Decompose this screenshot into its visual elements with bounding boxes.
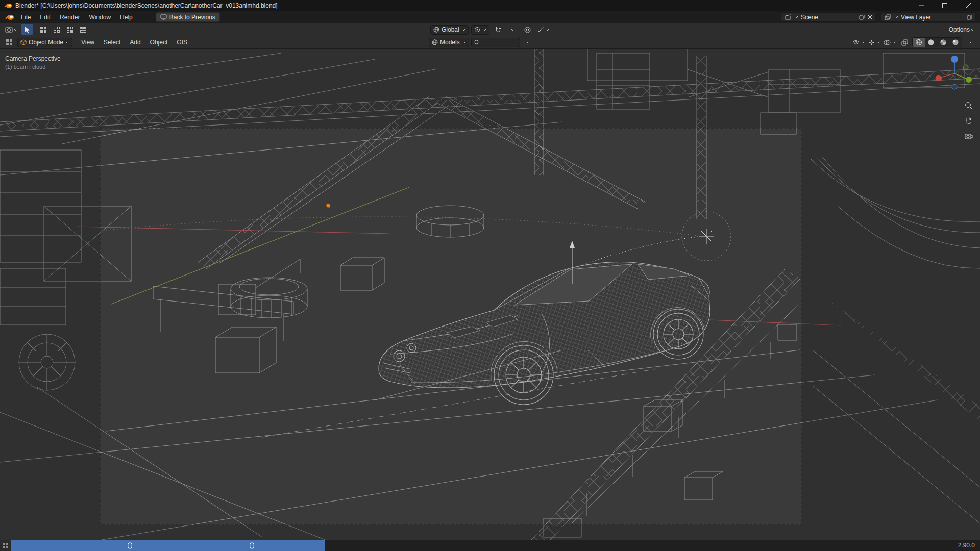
zoom-button[interactable] <box>964 101 973 110</box>
menu-file[interactable]: File <box>16 11 35 23</box>
menu-edit[interactable]: Edit <box>35 11 55 23</box>
menu-help[interactable]: Help <box>115 11 137 23</box>
blender-logo-icon <box>4 3 12 9</box>
menu-add[interactable]: Add <box>125 36 145 48</box>
gizmo-z-axis[interactable] <box>951 56 958 63</box>
shading-mode-group <box>912 37 962 47</box>
chevron-down-icon <box>794 16 799 18</box>
viewport-display-controls <box>851 37 976 47</box>
statusbar-editor-icon[interactable] <box>0 540 11 551</box>
viewport-editor-icon <box>5 27 13 33</box>
options-dropdown[interactable]: Options <box>948 24 976 35</box>
shading-rendered-button[interactable] <box>949 38 962 47</box>
menu-window[interactable]: Window <box>84 11 115 23</box>
window-title: Blender* [C:\Users\johns\Documents\blend… <box>15 2 278 9</box>
tool-settings-bar: Global Options <box>0 23 980 36</box>
menu-select[interactable]: Select <box>99 36 125 48</box>
gizmos-dropdown[interactable] <box>867 37 881 47</box>
titlebar: Blender* [C:\Users\johns\Documents\blend… <box>0 0 980 11</box>
globe-icon <box>432 39 438 45</box>
shading-material-button[interactable] <box>937 38 949 47</box>
shading-options-chevron[interactable] <box>964 37 976 47</box>
collection-dropdown[interactable]: Models <box>429 38 469 47</box>
pivot-dropdown[interactable] <box>471 25 489 35</box>
screen-icon <box>160 14 167 20</box>
chevron-down-icon <box>14 29 18 31</box>
object-mode-icon <box>20 39 27 45</box>
menu-view[interactable]: View <box>77 36 99 48</box>
active-tool-tweak[interactable] <box>21 24 33 35</box>
menu-render[interactable]: Render <box>55 11 84 23</box>
viewport-canvas[interactable] <box>0 49 980 540</box>
view-layer-selector[interactable]: View Layer <box>881 12 976 22</box>
xray-toggle[interactable] <box>898 37 911 47</box>
mouse-left-icon <box>128 542 132 549</box>
new-view-layer-icon[interactable] <box>966 14 973 20</box>
snap-magnet-toggle[interactable] <box>492 24 504 35</box>
duplicate-scene-icon[interactable] <box>859 14 865 20</box>
proportional-falloff-dropdown[interactable] <box>536 24 550 35</box>
scene-selector[interactable]: Scene <box>781 12 876 22</box>
chevron-down-icon <box>462 41 466 44</box>
chevron-down-icon <box>461 29 465 31</box>
chevron-down-icon <box>894 16 899 18</box>
editor-corner-icon[interactable] <box>3 37 15 47</box>
minimize-button[interactable] <box>910 0 933 11</box>
grid-icon-3[interactable] <box>64 24 76 35</box>
orientation-dropdown[interactable]: Global <box>430 25 469 35</box>
menubar: File Edit Render Window Help Back to Pre… <box>0 11 980 23</box>
grid-icon-2[interactable] <box>51 24 63 35</box>
grid-icon-1[interactable] <box>37 24 50 35</box>
editor-type-selector[interactable] <box>4 24 19 35</box>
chevron-down-icon <box>482 29 486 31</box>
gizmo-z-neg[interactable] <box>952 84 957 89</box>
collection-search-group: Models <box>429 37 534 47</box>
3d-cursor-dot <box>326 204 330 208</box>
scene-icon <box>784 14 792 20</box>
blender-version: 2.90.0 <box>958 542 980 549</box>
viewport-search-field[interactable] <box>471 38 520 47</box>
close-button[interactable] <box>957 0 980 11</box>
chevron-down-icon <box>65 41 69 44</box>
shading-wireframe-button[interactable] <box>913 38 925 47</box>
grid-icon-4[interactable] <box>77 24 89 35</box>
view-layer-icon <box>884 14 892 20</box>
statusbar: 2.90.0 <box>0 540 980 551</box>
pan-hand-button[interactable] <box>964 116 973 125</box>
search-options-chevron[interactable] <box>522 37 534 47</box>
navigation-gizmo[interactable] <box>936 52 973 91</box>
status-progress-strip <box>11 540 325 551</box>
mouse-right-icon <box>250 542 254 549</box>
mode-dropdown[interactable]: Object Mode <box>17 38 72 47</box>
unlink-scene-icon[interactable] <box>867 15 873 19</box>
pivot-icon <box>474 27 480 33</box>
gizmo-y-axis[interactable] <box>966 77 972 83</box>
blender-menu-icon[interactable] <box>5 14 14 21</box>
viewport-header: Object Mode View Select Add Object GIS M… <box>0 36 980 49</box>
camera-view-button[interactable] <box>964 132 973 141</box>
transform-widgets: Global <box>430 24 550 35</box>
viewport-3d[interactable]: Camera Perspective (1) beam | cloud <box>0 49 980 540</box>
overlays-dropdown[interactable] <box>883 37 897 47</box>
proportional-editing-toggle[interactable] <box>522 24 534 35</box>
globe-icon <box>433 27 439 33</box>
gizmo-y-neg[interactable] <box>963 65 968 70</box>
shading-solid-button[interactable] <box>925 38 937 47</box>
maximize-button[interactable] <box>933 0 957 11</box>
select-mode-buttons <box>37 24 89 35</box>
search-icon <box>474 40 480 45</box>
gizmo-x-axis[interactable] <box>936 75 942 81</box>
menu-object[interactable]: Object <box>145 36 173 48</box>
menu-gis[interactable]: GIS <box>172 36 192 48</box>
back-to-previous-button[interactable]: Back to Previous <box>156 12 220 22</box>
object-visibility-dropdown[interactable] <box>851 37 866 47</box>
snap-options-chevron[interactable] <box>507 24 519 35</box>
